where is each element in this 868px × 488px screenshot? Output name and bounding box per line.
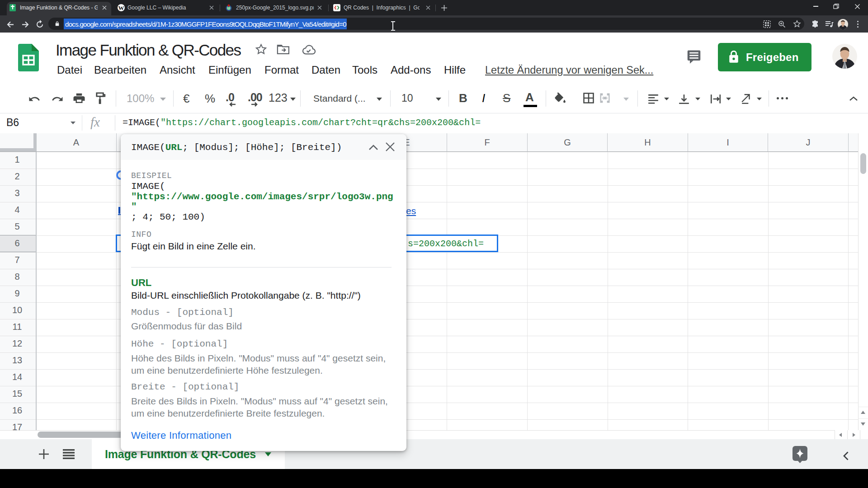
svg-text:W: W [118,5,124,11]
